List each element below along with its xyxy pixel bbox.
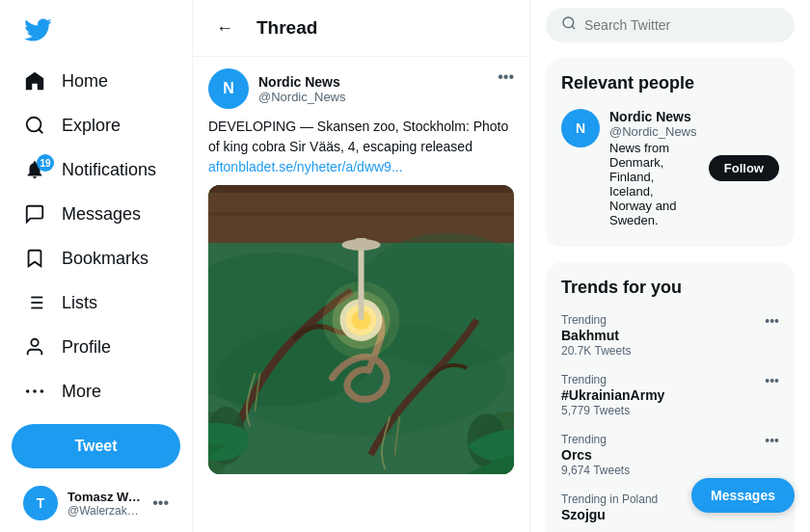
person-bio: News from Denmark, Finland, Iceland, Nor…: [609, 141, 699, 227]
follow-button[interactable]: Follow: [709, 155, 779, 181]
trend-more-icon[interactable]: •••: [765, 373, 779, 388]
trend-category: Trending: [561, 433, 630, 446]
tweet-image: [208, 185, 514, 474]
tweet-text: DEVELOPING — Skansen zoo, Stockholm: Pho…: [208, 117, 514, 177]
thread-header: ← Thread: [193, 0, 529, 57]
trend-item[interactable]: Trending Bakhmut 20.7K Tweets •••: [546, 306, 795, 365]
svg-point-10: [40, 389, 44, 393]
trend-more-icon[interactable]: •••: [765, 433, 779, 448]
trend-item[interactable]: Trending #UkrainianArmy 5,779 Tweets •••: [546, 365, 795, 425]
trend-count: 5,779 Tweets: [561, 404, 664, 417]
sidebar-item-home[interactable]: Home: [12, 60, 180, 102]
tweet-author-name: Nordic News: [258, 74, 346, 90]
explore-icon: [23, 114, 46, 137]
search-icon: [561, 15, 577, 35]
person-name: Nordic News: [609, 109, 699, 124]
sidebar-item-more[interactable]: More: [12, 370, 180, 412]
explore-label: Explore: [62, 116, 121, 136]
sidebar-item-lists[interactable]: Lists: [12, 281, 180, 324]
tweet-content: N Nordic News @Nordic_News ••• DEVELOPIN…: [193, 57, 529, 532]
right-wrapper: Relevant people N Nordic News @Nordic_Ne…: [530, 0, 810, 532]
svg-point-31: [563, 17, 574, 28]
trend-left: Trending in Poland Szojgu: [561, 492, 658, 523]
right-sidebar: Relevant people N Nordic News @Nordic_Ne…: [530, 0, 810, 532]
user-handle: @WalerzakTomasz: [68, 504, 143, 518]
user-name: Tomasz Walerzak: [68, 490, 143, 504]
trend-category: Trending: [561, 313, 632, 327]
messages-label: Messages: [62, 204, 141, 225]
sidebar-item-messages[interactable]: Messages: [12, 193, 180, 235]
svg-point-9: [26, 389, 30, 393]
tweet-link[interactable]: aftonbladet.se/nyheter/a/dww9...: [208, 159, 403, 174]
svg-point-7: [31, 339, 38, 346]
notifications-label: Notifications: [62, 160, 156, 180]
tweet-author-info: Nordic News @Nordic_News: [258, 74, 346, 104]
user-info: Tomasz Walerzak @WalerzakTomasz: [68, 490, 143, 518]
trends-title: Trends for you: [546, 274, 795, 306]
trend-left: Trending Bakhmut 20.7K Tweets: [561, 313, 632, 358]
left-sidebar: Home Explore 19 Notifications Messages: [0, 0, 193, 532]
more-label: More: [62, 382, 101, 402]
tweet-avatar: N: [208, 68, 249, 109]
relevant-person: N Nordic News @Nordic_News News from Den…: [546, 101, 795, 235]
trend-count: 20.7K Tweets: [561, 344, 632, 358]
main-content: ← Thread N Nordic News @Nordic_News ••• …: [193, 0, 530, 532]
user-avatar: T: [23, 486, 58, 520]
home-icon: [23, 69, 46, 93]
trend-count: 9,674 Tweets: [561, 464, 630, 477]
lists-icon: [23, 291, 46, 314]
svg-point-30: [342, 239, 381, 251]
trend-category: Trending: [561, 373, 664, 386]
sidebar-user[interactable]: T Tomasz Walerzak @WalerzakTomasz •••: [12, 476, 180, 530]
search-box: [546, 8, 795, 42]
sidebar-item-notifications[interactable]: 19 Notifications: [12, 148, 180, 191]
trend-name: Orcs: [561, 447, 630, 463]
tweet-more-icon[interactable]: •••: [498, 68, 514, 86]
bookmarks-icon: [23, 247, 46, 270]
trend-category: Trending in Poland: [561, 492, 658, 506]
search-input[interactable]: [584, 17, 779, 33]
person-avatar: N: [561, 109, 600, 147]
person-handle: @Nordic_News: [609, 124, 699, 139]
trend-name: #UkrainianArmy: [561, 387, 664, 403]
sidebar-item-bookmarks[interactable]: Bookmarks: [12, 237, 180, 279]
tweet-author-handle: @Nordic_News: [258, 90, 346, 104]
svg-rect-14: [208, 185, 514, 193]
profile-label: Profile: [62, 337, 111, 358]
notification-badge: 19: [37, 154, 54, 172]
main-nav: Home Explore 19 Notifications Messages: [12, 60, 180, 412]
more-icon: [23, 380, 46, 403]
home-label: Home: [62, 71, 108, 92]
back-button[interactable]: ←: [208, 12, 241, 44]
trend-left: Trending #UkrainianArmy 5,779 Tweets: [561, 373, 664, 417]
user-more-icon: •••: [152, 494, 169, 512]
lists-label: Lists: [62, 293, 97, 313]
tweet-author-row: N Nordic News @Nordic_News •••: [208, 68, 514, 109]
svg-point-0: [27, 118, 41, 132]
tweet-author-left: N Nordic News @Nordic_News: [208, 68, 346, 109]
twitter-logo[interactable]: [12, 8, 180, 56]
tweet-button[interactable]: Tweet: [12, 424, 180, 468]
profile-icon: [23, 335, 46, 359]
trend-name: Bakhmut: [561, 328, 632, 343]
messages-float-button[interactable]: Messages: [691, 478, 795, 513]
trend-more-icon[interactable]: •••: [765, 313, 779, 329]
svg-rect-28: [359, 243, 364, 320]
sidebar-item-explore[interactable]: Explore: [12, 104, 180, 146]
trend-name: Szojgu: [561, 507, 658, 522]
trend-left: Trending Orcs 9,674 Tweets: [561, 433, 630, 477]
svg-point-8: [33, 389, 37, 393]
bookmarks-label: Bookmarks: [62, 249, 148, 269]
messages-icon: [23, 202, 46, 226]
sidebar-item-profile[interactable]: Profile: [12, 326, 180, 368]
relevant-people-card: Relevant people N Nordic News @Nordic_Ne…: [546, 58, 795, 247]
relevant-people-title: Relevant people: [546, 69, 795, 101]
thread-title: Thread: [256, 17, 317, 39]
person-info: Nordic News @Nordic_News News from Denma…: [609, 109, 699, 227]
trend-item[interactable]: Trending Orcs 9,674 Tweets •••: [546, 425, 795, 485]
